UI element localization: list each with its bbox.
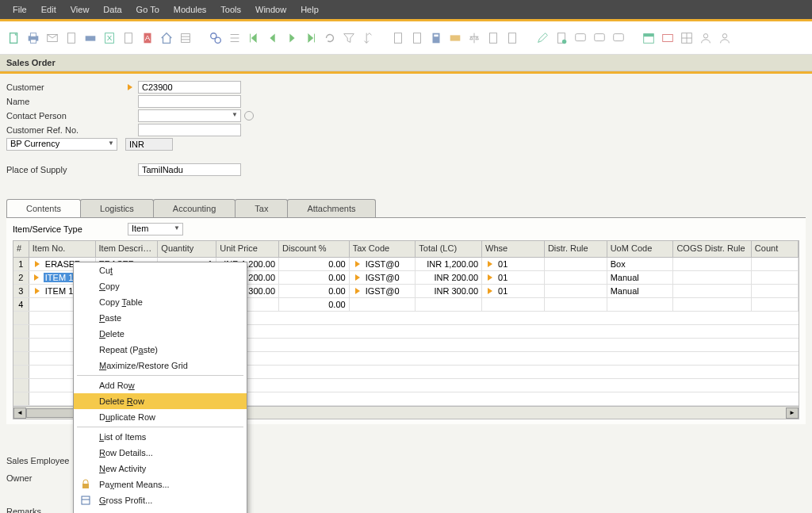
scroll-left-icon[interactable]: ◄ [13, 408, 26, 419]
mail-icon[interactable] [44, 30, 60, 46]
link-arrow-icon[interactable] [485, 272, 496, 283]
cell-total[interactable]: INR 1,200.00 [416, 258, 482, 270]
list-icon[interactable] [178, 30, 193, 46]
cell-disc[interactable]: 0.00 [279, 298, 350, 311]
money-icon[interactable] [447, 30, 463, 46]
chat2-icon[interactable] [592, 30, 607, 46]
tab-accounting[interactable]: Accounting [153, 199, 236, 217]
itemservice-dropdown[interactable]: Item [128, 223, 183, 235]
cell-disc[interactable]: 0.00 [279, 271, 350, 284]
col-uom[interactable]: UoM Code [607, 241, 674, 257]
col-hash[interactable]: # [13, 241, 29, 257]
cell-distr[interactable] [545, 285, 607, 297]
tab-tax[interactable]: Tax [235, 199, 288, 217]
cell-cogs[interactable] [673, 271, 751, 284]
row-number[interactable]: 1 [13, 258, 29, 270]
link-arrow-icon[interactable] [353, 285, 364, 297]
refresh-icon[interactable] [322, 30, 338, 46]
context-item[interactable]: Maximize/Restore Grid [74, 358, 247, 373]
col-itemno[interactable]: Item No. [29, 241, 96, 257]
link-arrow-icon[interactable] [125, 82, 136, 93]
menu-view[interactable]: View [64, 2, 96, 17]
menu-goto[interactable]: Go To [130, 2, 166, 17]
context-item[interactable]: Copy [74, 278, 247, 294]
name-input[interactable] [138, 95, 241, 108]
cell-tax[interactable] [350, 298, 416, 311]
menu-data[interactable]: Data [97, 2, 128, 17]
menu-tools[interactable]: Tools [214, 2, 247, 17]
chat3-icon[interactable] [611, 30, 626, 46]
filter-icon[interactable] [341, 30, 357, 46]
cell-tax[interactable]: IGST@0 [350, 258, 416, 270]
user-icon[interactable] [698, 30, 714, 46]
context-item[interactable]: Delete Row [74, 393, 247, 409]
grid-icon[interactable] [679, 30, 695, 46]
cell-distr[interactable] [545, 271, 607, 284]
cell-tax[interactable]: IGST@0 [350, 271, 416, 284]
custref-input[interactable] [138, 124, 241, 136]
first-icon[interactable] [246, 30, 262, 46]
cell-cogs[interactable] [673, 298, 751, 311]
prev-icon[interactable] [265, 30, 281, 46]
cell-total[interactable]: INR 200.00 [416, 271, 482, 284]
pos-input[interactable] [138, 163, 241, 176]
context-item[interactable]: List of Items [74, 429, 247, 445]
menu-file[interactable]: File [6, 2, 33, 17]
contact-dropdown[interactable] [138, 109, 241, 122]
chat-icon[interactable] [573, 30, 588, 46]
cell-uom[interactable]: Box [607, 258, 674, 270]
find-icon[interactable] [208, 30, 224, 46]
cell-whse[interactable]: 01 [482, 258, 545, 270]
user2-icon[interactable] [717, 30, 733, 46]
customer-input[interactable] [138, 81, 241, 94]
scale-icon[interactable] [466, 30, 482, 46]
tab-logistics[interactable]: Logistics [80, 199, 154, 217]
context-item[interactable]: Alternative Items [74, 508, 247, 513]
bpcurrency-dropdown[interactable]: BP Currency [6, 138, 117, 151]
col-whse[interactable]: Whse [482, 241, 545, 257]
home-icon[interactable] [159, 30, 174, 46]
col-total[interactable]: Total (LC) [416, 241, 482, 257]
context-item[interactable]: Delete [74, 326, 247, 342]
cell-whse[interactable]: 01 [482, 285, 545, 297]
cell-cogs[interactable] [673, 285, 751, 297]
col-distr[interactable]: Distr. Rule [545, 241, 607, 257]
link-arrow-icon[interactable] [485, 285, 496, 297]
link-arrow-icon[interactable] [353, 272, 364, 283]
row-number[interactable]: 2 [13, 271, 29, 284]
context-item[interactable]: Duplicate Row [74, 409, 247, 425]
link-arrow-icon[interactable] [33, 285, 44, 297]
col-disc[interactable]: Discount % [279, 241, 350, 257]
cell-distr[interactable] [545, 258, 607, 270]
print-icon[interactable] [25, 30, 41, 46]
pdf-icon[interactable]: A [140, 30, 155, 46]
col-count[interactable]: Count [752, 241, 799, 257]
cell-uom[interactable]: Manual [607, 285, 674, 297]
context-item[interactable]: Paste [74, 310, 247, 326]
last-icon[interactable] [303, 30, 319, 46]
sort-icon[interactable] [360, 30, 376, 46]
cal-icon[interactable] [641, 30, 657, 46]
doc3-icon[interactable] [390, 30, 406, 46]
cell-count[interactable] [752, 271, 799, 284]
link-arrow-icon[interactable] [485, 258, 496, 270]
doc4-icon[interactable] [409, 30, 425, 46]
cell-distr[interactable] [545, 298, 607, 311]
cell-uom[interactable]: Manual [607, 271, 674, 284]
doc2-icon[interactable] [121, 30, 136, 46]
print2-icon[interactable] [82, 30, 98, 46]
cell-tax[interactable]: IGST@0 [350, 285, 416, 297]
next-icon[interactable] [284, 30, 300, 46]
col-tax[interactable]: Tax Code [350, 241, 416, 257]
edit-icon[interactable] [534, 30, 550, 46]
link-arrow-icon[interactable] [33, 258, 44, 270]
context-item[interactable]: Repeat (Paste) [74, 342, 247, 358]
cell-disc[interactable]: 0.00 [279, 258, 350, 270]
context-item[interactable]: New Activity [74, 461, 247, 477]
col-qty[interactable]: Quantity [158, 241, 216, 257]
menu-modules[interactable]: Modules [167, 2, 213, 17]
menu-edit[interactable]: Edit [35, 2, 63, 17]
context-item[interactable]: Add Row [74, 377, 247, 393]
mail2-icon[interactable] [660, 30, 676, 46]
row-number[interactable]: 3 [13, 285, 29, 297]
